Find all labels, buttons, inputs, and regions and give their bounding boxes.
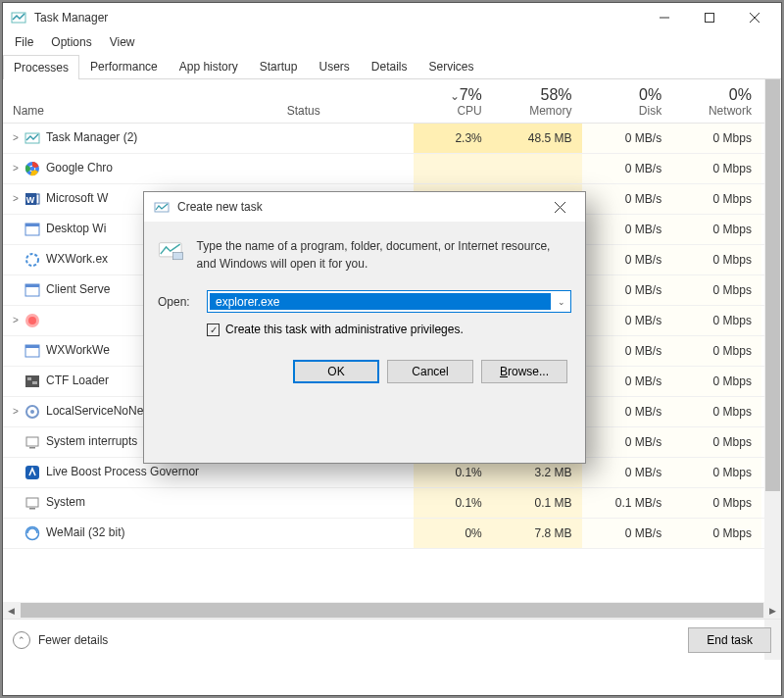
titlebar[interactable]: Task Manager bbox=[3, 3, 781, 32]
process-name: WXWorkWe bbox=[46, 343, 110, 357]
browse-button[interactable]: Browse... bbox=[481, 360, 567, 383]
status-cell bbox=[277, 518, 414, 548]
close-button[interactable] bbox=[732, 3, 777, 32]
disk-cell: 0 MB/s bbox=[582, 366, 672, 396]
disk-cell: 0 MB/s bbox=[582, 457, 672, 487]
memory-cell bbox=[492, 153, 582, 183]
svg-point-8 bbox=[30, 166, 35, 171]
col-status[interactable]: Status bbox=[277, 79, 414, 123]
network-cell: 0 Mbps bbox=[671, 487, 761, 518]
tab-startup[interactable]: Startup bbox=[249, 54, 309, 78]
scrollbar-thumb[interactable] bbox=[765, 79, 780, 491]
fewer-details-toggle[interactable]: ⌃ Fewer details bbox=[13, 631, 108, 649]
col-name[interactable]: Name bbox=[3, 79, 277, 123]
disk-cell: 0 MB/s bbox=[582, 426, 672, 457]
menu-view[interactable]: View bbox=[102, 33, 143, 51]
tab-services[interactable]: Services bbox=[418, 54, 485, 78]
maximize-button[interactable] bbox=[687, 3, 732, 32]
col-cpu[interactable]: ⌄7%CPU bbox=[414, 79, 492, 123]
disk-cell: 0 MB/s bbox=[582, 244, 672, 274]
admin-privileges-label: Create this task with administrative pri… bbox=[225, 323, 464, 336]
app-icon bbox=[11, 10, 26, 25]
dialog-titlebar[interactable]: Create new task bbox=[144, 192, 585, 222]
status-cell bbox=[277, 123, 414, 153]
col-memory[interactable]: 58%Memory bbox=[492, 79, 582, 123]
svg-rect-22 bbox=[27, 377, 31, 380]
process-name: Client Serve bbox=[46, 282, 110, 296]
memory-cell: 0.1 MB bbox=[492, 487, 582, 518]
ok-button[interactable]: OK bbox=[293, 360, 379, 383]
disk-cell: 0 MB/s bbox=[582, 396, 672, 426]
svg-rect-26 bbox=[26, 437, 38, 446]
process-name: Live Boost Process Governor bbox=[46, 465, 199, 478]
vertical-scrollbar[interactable] bbox=[764, 79, 781, 660]
table-row[interactable]: WeMail (32 bit)0%7.8 MB0 MB/s0 Mbps bbox=[3, 518, 781, 548]
table-row[interactable]: System0.1%0.1 MB0.1 MB/s0 Mbps bbox=[3, 487, 781, 518]
process-name: Google Chro bbox=[46, 161, 113, 174]
network-cell: 0 Mbps bbox=[671, 123, 761, 153]
network-cell: 0 Mbps bbox=[671, 153, 761, 183]
process-icon bbox=[24, 282, 40, 298]
dialog-close-button[interactable] bbox=[538, 193, 581, 221]
dialog-description: Type the name of a program, folder, docu… bbox=[197, 237, 571, 273]
process-icon bbox=[24, 343, 40, 359]
memory-cell: 7.8 MB bbox=[492, 518, 582, 548]
expand-icon[interactable]: > bbox=[13, 406, 23, 417]
minimize-button[interactable] bbox=[642, 3, 687, 32]
tab-performance[interactable]: Performance bbox=[79, 54, 169, 78]
table-row[interactable]: >Google Chro0 MB/s0 Mbps bbox=[3, 153, 781, 183]
svg-rect-2 bbox=[706, 14, 714, 23]
tab-processes[interactable]: Processes bbox=[3, 55, 79, 79]
table-row[interactable]: >Task Manager (2)2.3%48.5 MB0 MB/s0 Mbps bbox=[3, 123, 781, 153]
network-cell: 0 Mbps bbox=[671, 214, 761, 244]
svg-point-18 bbox=[28, 317, 36, 324]
network-cell: 0 Mbps bbox=[671, 457, 761, 487]
process-name: System interrupts bbox=[46, 434, 137, 448]
process-name: WXWork.ex bbox=[46, 252, 108, 266]
svg-point-14 bbox=[26, 254, 38, 266]
expand-icon[interactable]: > bbox=[13, 163, 23, 174]
svg-rect-20 bbox=[25, 345, 39, 348]
disk-cell: 0 MB/s bbox=[582, 153, 672, 183]
expand-icon[interactable]: > bbox=[13, 315, 23, 325]
process-icon bbox=[24, 313, 40, 328]
cpu-cell: 2.3% bbox=[414, 123, 492, 153]
svg-rect-30 bbox=[29, 508, 35, 510]
process-icon bbox=[24, 434, 40, 450]
tab-details[interactable]: Details bbox=[361, 54, 418, 78]
process-icon bbox=[24, 525, 40, 541]
process-name: WeMail (32 bit) bbox=[46, 525, 124, 539]
process-icon bbox=[24, 252, 40, 268]
admin-privileges-checkbox[interactable]: ✓ bbox=[207, 324, 220, 336]
chevron-down-icon[interactable]: ⌄ bbox=[553, 297, 570, 307]
col-disk[interactable]: 0%Disk bbox=[582, 79, 672, 123]
hscroll-right-button[interactable]: ▶ bbox=[764, 602, 781, 619]
svg-rect-23 bbox=[32, 381, 37, 384]
memory-cell: 48.5 MB bbox=[492, 123, 582, 153]
svg-rect-27 bbox=[29, 447, 35, 449]
open-combobox[interactable]: ⌄ bbox=[207, 290, 571, 313]
process-icon bbox=[24, 161, 40, 176]
expand-icon[interactable]: > bbox=[13, 132, 23, 143]
menu-file[interactable]: File bbox=[7, 33, 41, 51]
tab-app-history[interactable]: App history bbox=[169, 54, 249, 78]
tab-users[interactable]: Users bbox=[308, 54, 360, 78]
hscroll-thumb[interactable] bbox=[21, 603, 763, 618]
horizontal-scrollbar[interactable]: ◀ ▶ bbox=[3, 602, 781, 619]
hscroll-left-button[interactable]: ◀ bbox=[3, 602, 20, 619]
disk-cell: 0 MB/s bbox=[582, 335, 672, 366]
col-network[interactable]: 0%Network bbox=[671, 79, 761, 123]
end-task-button[interactable]: End task bbox=[688, 627, 771, 653]
menu-options[interactable]: Options bbox=[43, 33, 99, 51]
disk-cell: 0 MB/s bbox=[582, 183, 672, 214]
process-icon bbox=[24, 495, 40, 511]
network-cell: 0 Mbps bbox=[671, 366, 761, 396]
sort-indicator-icon: ⌄ bbox=[450, 89, 460, 103]
open-input[interactable] bbox=[210, 293, 551, 310]
expand-icon[interactable]: > bbox=[13, 193, 23, 204]
svg-rect-11 bbox=[36, 194, 39, 204]
cancel-button[interactable]: Cancel bbox=[387, 360, 473, 383]
cpu-cell bbox=[414, 153, 492, 183]
menubar: File Options View bbox=[3, 32, 781, 52]
network-cell: 0 Mbps bbox=[671, 335, 761, 366]
